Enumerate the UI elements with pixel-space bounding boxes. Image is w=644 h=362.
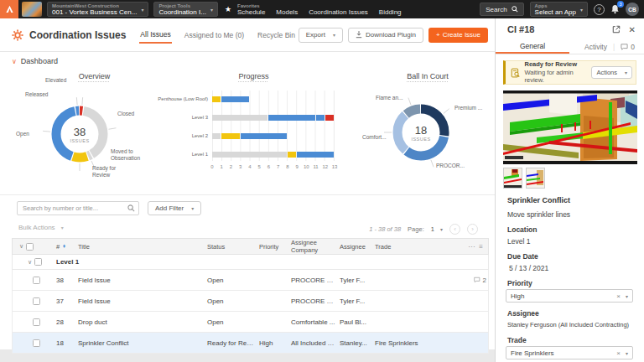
bim-viewer-image[interactable] xyxy=(503,90,636,164)
page-select[interactable]: 1 ▾ xyxy=(431,225,443,233)
next-page-button[interactable]: › xyxy=(467,224,478,235)
ball-in-court-donut-chart: Ball In Court 18 ISSUES Premium ...PROCO… xyxy=(361,70,495,194)
snapshot-thumbnail[interactable] xyxy=(503,168,522,189)
column-assignee[interactable]: Assignee xyxy=(338,243,373,251)
more-columns-icon[interactable]: ⋯ xyxy=(468,243,475,251)
column-trade[interactable]: Trade xyxy=(373,243,430,251)
cell-assignee: Paul Bl... xyxy=(338,318,373,326)
dashboard-toggle[interactable]: ∨ Dashboard xyxy=(12,57,58,65)
cell-number: 18 xyxy=(55,339,76,347)
create-issue-label: Create Issue xyxy=(443,31,480,39)
comments-counter[interactable]: 0 xyxy=(621,43,635,51)
prev-page-button[interactable]: ‹ xyxy=(449,224,460,235)
add-filter-button[interactable]: Add Filter ▾ xyxy=(148,201,201,215)
column-assignee-company[interactable]: Assignee Company xyxy=(289,239,338,254)
topbar-right-controls: Search Apps Select an App ▾ ? 3 xyxy=(480,2,644,17)
nav-item-schedule[interactable]: Schedule xyxy=(237,9,265,16)
help-icon[interactable]: ? xyxy=(594,4,605,15)
tab-all-issues[interactable]: All Issues xyxy=(139,27,171,44)
table-row-issue-37[interactable]: 37Field IssueOpenPROCORE Te...Tyler F... xyxy=(12,291,489,312)
user-avatar[interactable]: CB xyxy=(626,3,639,16)
project-selector[interactable]: MountainWest Construction 001 - Vortex B… xyxy=(47,2,148,17)
table-row-issue-28[interactable]: 28Drop ductOpenComfortable ...Paul Bl... xyxy=(12,312,489,333)
bar-segment-open xyxy=(221,96,249,102)
issue-detail-panel: CI #18 ✕ General Activity | 0 xyxy=(495,18,644,362)
x-tick-label: 13 xyxy=(330,164,339,169)
row-checkbox[interactable] xyxy=(33,318,40,326)
clear-icon[interactable]: × xyxy=(616,292,621,300)
expand-all-chevron-icon[interactable]: ∨ xyxy=(19,243,23,250)
row-checkbox[interactable] xyxy=(33,277,40,284)
tab-assigned-to-me-0-[interactable]: Assigned to Me (0) xyxy=(184,28,245,43)
slice-label: Elevated xyxy=(45,77,66,84)
banner-status-title: Ready for Review xyxy=(524,60,591,69)
table-row-issue-38[interactable]: 38Field IssueOpenPROCORE Te...Tyler F...… xyxy=(12,270,489,291)
priority-value: High xyxy=(511,292,524,300)
column-title[interactable]: Title xyxy=(76,243,205,251)
cell-assignee: Stanley... xyxy=(338,339,373,347)
row-checkbox[interactable] xyxy=(33,339,40,347)
export-button[interactable]: Export ▾ xyxy=(299,28,343,43)
actions-button[interactable]: Actions ▾ xyxy=(591,66,632,79)
select-all-checkbox[interactable] xyxy=(26,243,34,251)
create-issue-button[interactable]: + Create Issue xyxy=(428,28,488,43)
x-tick-label: 1 xyxy=(217,164,226,169)
x-tick-label: 2 xyxy=(226,164,235,169)
search-input[interactable] xyxy=(17,201,139,215)
page-number: 1 xyxy=(431,225,434,233)
snapshot-thumbnail[interactable] xyxy=(526,168,545,189)
tab-general[interactable]: General xyxy=(496,40,569,54)
close-icon[interactable]: ✕ xyxy=(629,25,636,34)
table-settings-icon[interactable]: ≡ xyxy=(479,243,483,251)
group-chevron-icon[interactable]: ∨ xyxy=(28,259,32,266)
group-checkbox[interactable] xyxy=(34,258,42,266)
nav-item-models[interactable]: Models xyxy=(276,9,298,16)
nav-item-bidding[interactable]: Bidding xyxy=(379,9,402,16)
cell-assignee-company: Comfortable ... xyxy=(289,318,338,326)
x-tick-label: 0 xyxy=(208,164,216,169)
tab-recycle-bin[interactable]: Recycle Bin xyxy=(257,28,296,43)
clear-icon[interactable]: × xyxy=(616,349,621,357)
project-photo-thumbnail[interactable] xyxy=(22,2,42,17)
table-group-row[interactable]: ∨ Level 1 xyxy=(12,255,489,270)
due-date-value[interactable]: 5 / 13 / 2021 xyxy=(509,264,548,272)
sort-icons[interactable]: ▲▼ xyxy=(62,245,65,249)
procore-logo[interactable] xyxy=(0,0,18,18)
bulk-actions-button[interactable]: Bulk Actions ▾ xyxy=(18,224,64,231)
column-status[interactable]: Status xyxy=(205,243,257,251)
download-plugin-button[interactable]: Download Plugin xyxy=(348,28,423,43)
panel-tabs: General Activity | 0 xyxy=(496,40,644,54)
issue-description: Move sprinkler lines xyxy=(507,210,570,219)
cell-assignee-company: All Included C... xyxy=(289,339,338,347)
slice-label: Closed xyxy=(117,111,134,117)
global-search-button[interactable]: Search xyxy=(480,3,523,16)
project-tools-selector[interactable]: Project Tools Coordination I... ▾ xyxy=(153,2,218,17)
actions-label: Actions xyxy=(596,69,617,76)
priority-select[interactable]: High × ▾ xyxy=(506,289,633,303)
column-number[interactable]: # xyxy=(56,243,60,251)
export-label: Export xyxy=(306,31,325,39)
trade-label: Trade xyxy=(507,336,527,344)
bar-segment-ready-for-review xyxy=(212,96,221,102)
trade-select[interactable]: Fire Sprinklers × ▾ xyxy=(506,346,633,359)
nav-item-coordination-issues[interactable]: Coordination Issues xyxy=(309,9,368,16)
chevron-down-icon: ▾ xyxy=(141,7,143,13)
panel-header: CI #18 ✕ xyxy=(496,18,644,40)
x-tick-label: 10 xyxy=(302,164,310,169)
favorites-star-icon[interactable]: ★ xyxy=(225,5,231,13)
tab-activity[interactable]: Activity xyxy=(584,40,607,54)
row-checkbox[interactable] xyxy=(33,297,40,305)
apps-selector[interactable]: Apps Select an App ▾ xyxy=(530,2,588,17)
cell-title: Field Issue xyxy=(76,277,205,284)
table-row-issue-18[interactable]: 18Sprinkler ConflictReady for ReviewHigh… xyxy=(12,333,489,354)
bar-category-label: Penthouse (Low Roof) xyxy=(149,96,208,101)
slice-label: Premium ... xyxy=(454,105,482,111)
notifications-button[interactable]: 3 xyxy=(610,4,620,14)
logo-mark-icon xyxy=(4,4,15,15)
app-window: MountainWest Construction 001 - Vortex B… xyxy=(0,0,644,362)
location-label: Location xyxy=(507,225,537,234)
column-priority[interactable]: Priority xyxy=(257,243,289,251)
cell-assignee: Tyler F... xyxy=(338,277,373,284)
open-in-new-icon[interactable] xyxy=(612,25,621,34)
cell-comments[interactable]: 2 xyxy=(430,277,488,284)
